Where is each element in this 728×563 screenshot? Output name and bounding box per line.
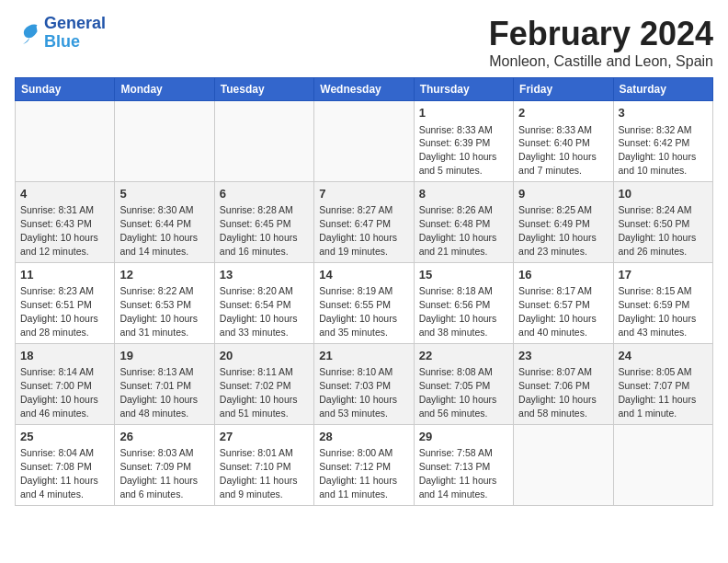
page-header: General Blue February 2024 Monleon, Cast… [15,15,713,70]
day-number: 9 [518,186,608,202]
day-number: 6 [220,186,309,202]
calendar-table: SundayMondayTuesdayWednesdayThursdayFrid… [15,77,713,506]
day-info: Sunrise: 8:07 AM Sunset: 7:06 PM Dayligh… [518,366,597,419]
day-info: Sunrise: 8:23 AM Sunset: 6:51 PM Dayligh… [20,285,98,338]
calendar-cell [613,424,712,505]
calendar-cell [16,101,115,182]
day-info: Sunrise: 8:20 AM Sunset: 6:54 PM Dayligh… [220,285,298,338]
day-info: Sunrise: 8:32 AM Sunset: 6:42 PM Dayligh… [619,124,697,177]
day-number: 4 [20,186,109,202]
day-number: 22 [419,348,508,364]
logo-text: General Blue [44,15,106,52]
day-info: Sunrise: 8:14 AM Sunset: 7:00 PM Dayligh… [20,366,98,419]
calendar-week-row: 25Sunrise: 8:04 AM Sunset: 7:08 PM Dayli… [16,424,713,505]
calendar-week-row: 4Sunrise: 8:31 AM Sunset: 6:43 PM Daylig… [16,181,713,262]
weekday-header-wednesday: Wednesday [314,78,414,101]
day-info: Sunrise: 8:31 AM Sunset: 6:43 PM Dayligh… [20,204,98,257]
day-info: Sunrise: 8:30 AM Sunset: 6:44 PM Dayligh… [119,204,198,257]
day-info: Sunrise: 8:27 AM Sunset: 6:47 PM Dayligh… [319,204,397,257]
month-title: February 2024 [489,15,713,53]
calendar-cell: 15Sunrise: 8:18 AM Sunset: 6:56 PM Dayli… [414,262,513,343]
day-number: 8 [419,186,508,202]
day-number: 11 [20,267,109,283]
day-number: 29 [419,429,508,445]
day-number: 25 [20,429,109,445]
day-number: 2 [518,105,608,121]
calendar-cell: 8Sunrise: 8:26 AM Sunset: 6:48 PM Daylig… [414,181,513,262]
day-number: 28 [319,429,408,445]
day-number: 19 [119,348,209,364]
day-info: Sunrise: 8:17 AM Sunset: 6:57 PM Dayligh… [518,285,597,338]
calendar-cell: 7Sunrise: 8:27 AM Sunset: 6:47 PM Daylig… [314,181,414,262]
day-number: 14 [319,267,408,283]
calendar-cell: 16Sunrise: 8:17 AM Sunset: 6:57 PM Dayli… [514,262,613,343]
day-number: 13 [220,267,309,283]
calendar-cell: 22Sunrise: 8:08 AM Sunset: 7:05 PM Dayli… [414,343,513,424]
day-number: 17 [619,267,708,283]
day-number: 27 [220,429,309,445]
day-number: 21 [319,348,408,364]
calendar-cell: 28Sunrise: 8:00 AM Sunset: 7:12 PM Dayli… [314,424,414,505]
day-info: Sunrise: 8:04 AM Sunset: 7:08 PM Dayligh… [20,447,98,500]
day-info: Sunrise: 8:19 AM Sunset: 6:55 PM Dayligh… [319,285,397,338]
day-info: Sunrise: 8:25 AM Sunset: 6:49 PM Dayligh… [518,204,597,257]
day-number: 1 [419,105,508,121]
calendar-cell [514,424,613,505]
weekday-header-friday: Friday [514,78,613,101]
calendar-cell: 3Sunrise: 8:32 AM Sunset: 6:42 PM Daylig… [613,101,712,182]
day-number: 5 [119,186,209,202]
calendar-cell: 20Sunrise: 8:11 AM Sunset: 7:02 PM Dayli… [214,343,313,424]
day-info: Sunrise: 8:00 AM Sunset: 7:12 PM Dayligh… [319,447,397,500]
calendar-cell: 5Sunrise: 8:30 AM Sunset: 6:44 PM Daylig… [115,181,214,262]
day-info: Sunrise: 8:08 AM Sunset: 7:05 PM Dayligh… [419,366,497,419]
calendar-cell: 21Sunrise: 8:10 AM Sunset: 7:03 PM Dayli… [314,343,414,424]
calendar-cell: 13Sunrise: 8:20 AM Sunset: 6:54 PM Dayli… [214,262,313,343]
calendar-cell: 23Sunrise: 8:07 AM Sunset: 7:06 PM Dayli… [514,343,613,424]
calendar-cell: 24Sunrise: 8:05 AM Sunset: 7:07 PM Dayli… [613,343,712,424]
calendar-cell: 9Sunrise: 8:25 AM Sunset: 6:49 PM Daylig… [514,181,613,262]
weekday-header-tuesday: Tuesday [214,78,313,101]
calendar-cell: 12Sunrise: 8:22 AM Sunset: 6:53 PM Dayli… [115,262,214,343]
calendar-cell: 27Sunrise: 8:01 AM Sunset: 7:10 PM Dayli… [214,424,313,505]
day-number: 26 [119,429,209,445]
day-info: Sunrise: 8:13 AM Sunset: 7:01 PM Dayligh… [119,366,198,419]
day-number: 23 [518,348,608,364]
calendar-cell: 6Sunrise: 8:28 AM Sunset: 6:45 PM Daylig… [214,181,313,262]
calendar-cell: 26Sunrise: 8:03 AM Sunset: 7:09 PM Dayli… [115,424,214,505]
day-info: Sunrise: 8:01 AM Sunset: 7:10 PM Dayligh… [220,447,298,500]
day-number: 16 [518,267,608,283]
calendar-cell: 25Sunrise: 8:04 AM Sunset: 7:08 PM Dayli… [16,424,115,505]
calendar-cell: 4Sunrise: 8:31 AM Sunset: 6:43 PM Daylig… [16,181,115,262]
day-number: 7 [319,186,408,202]
weekday-header-row: SundayMondayTuesdayWednesdayThursdayFrid… [16,78,713,101]
day-info: Sunrise: 8:18 AM Sunset: 6:56 PM Dayligh… [419,285,497,338]
calendar-cell: 19Sunrise: 8:13 AM Sunset: 7:01 PM Dayli… [115,343,214,424]
day-info: Sunrise: 8:03 AM Sunset: 7:09 PM Dayligh… [119,447,198,500]
weekday-header-saturday: Saturday [613,78,712,101]
calendar-cell: 10Sunrise: 8:24 AM Sunset: 6:50 PM Dayli… [613,181,712,262]
day-number: 20 [220,348,309,364]
day-info: Sunrise: 8:22 AM Sunset: 6:53 PM Dayligh… [119,285,198,338]
day-info: Sunrise: 8:11 AM Sunset: 7:02 PM Dayligh… [220,366,298,419]
day-info: Sunrise: 8:15 AM Sunset: 6:59 PM Dayligh… [619,285,697,338]
calendar-week-row: 1Sunrise: 8:33 AM Sunset: 6:39 PM Daylig… [16,101,713,182]
weekday-header-sunday: Sunday [16,78,115,101]
day-number: 18 [20,348,109,364]
calendar-cell: 1Sunrise: 8:33 AM Sunset: 6:39 PM Daylig… [414,101,513,182]
title-area: February 2024 Monleon, Castille and Leon… [489,15,713,70]
calendar-cell: 18Sunrise: 8:14 AM Sunset: 7:00 PM Dayli… [16,343,115,424]
calendar-cell: 2Sunrise: 8:33 AM Sunset: 6:40 PM Daylig… [514,101,613,182]
logo-icon [15,20,40,46]
day-number: 15 [419,267,508,283]
day-info: Sunrise: 7:58 AM Sunset: 7:13 PM Dayligh… [419,447,497,500]
calendar-cell [314,101,414,182]
day-info: Sunrise: 8:28 AM Sunset: 6:45 PM Dayligh… [220,204,298,257]
day-number: 10 [619,186,708,202]
weekday-header-monday: Monday [115,78,214,101]
calendar-cell: 29Sunrise: 7:58 AM Sunset: 7:13 PM Dayli… [414,424,513,505]
day-info: Sunrise: 8:26 AM Sunset: 6:48 PM Dayligh… [419,204,497,257]
day-info: Sunrise: 8:33 AM Sunset: 6:40 PM Dayligh… [518,124,597,177]
calendar-week-row: 18Sunrise: 8:14 AM Sunset: 7:00 PM Dayli… [16,343,713,424]
day-number: 12 [119,267,209,283]
logo: General Blue [15,15,106,52]
